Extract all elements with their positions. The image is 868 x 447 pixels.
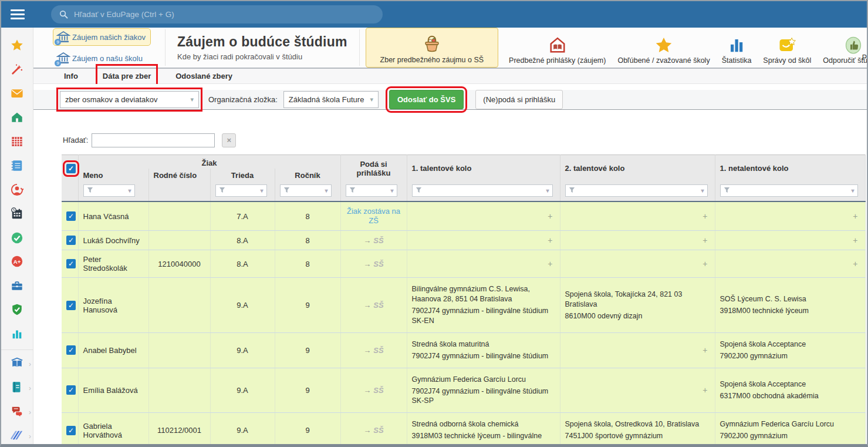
sidebar-divider: [1, 349, 33, 350]
col-header-rodne-cislo[interactable]: Rodné číslo: [148, 169, 210, 182]
status-secondary-school-link[interactable]: →SŠ: [363, 301, 383, 310]
kolo-cell-empty[interactable]: +: [715, 250, 865, 278]
add-school-icon[interactable]: +: [545, 236, 555, 245]
toolbar-action-message-star[interactable]: Správy od škôl: [757, 28, 817, 68]
sidebar-item-home[interactable]: [1, 107, 33, 131]
add-school-icon[interactable]: +: [850, 211, 860, 221]
status-secondary-school-link[interactable]: →SŠ: [363, 260, 383, 268]
sidebar-item-classbook-notebook[interactable]: [1, 154, 33, 179]
column-filter-1-netalentove-kolo[interactable]: ▾: [720, 184, 858, 197]
column-filter-meno[interactable]: ▾: [83, 184, 135, 197]
status-stays-link[interactable]: Žiak zostáva na ZŠ: [346, 207, 402, 226]
toolbar-action-school-house[interactable]: Predbežné prihlášky (záujem): [503, 28, 612, 68]
birth-number-cell: [148, 332, 210, 368]
toolbar-action-thumb-up[interactable]: Odporučiť štúdium: [817, 28, 868, 68]
kolo-cell-empty[interactable]: +: [407, 201, 560, 231]
toolbar-toggle-our-students[interactable]: 9Záujem našich žiakov: [53, 28, 151, 46]
tab-d-ta-pre-zber[interactable]: Dáta pre zber: [102, 70, 152, 82]
send-to-svs-button[interactable]: Odoslať do ŠVS: [389, 90, 464, 109]
status-secondary-school-link[interactable]: →SŠ: [363, 236, 383, 245]
org-unit-select[interactable]: Základná škola Future ▾: [283, 91, 379, 108]
column-filter-2-talentove-kolo[interactable]: ▾: [565, 184, 708, 197]
sidebar-item-shield-check[interactable]: [1, 299, 33, 323]
row-checkbox[interactable]: ✓: [66, 301, 76, 310]
col-header-1-talentove-kolo[interactable]: 1. talentové kolo: [407, 154, 560, 182]
col-header-meno[interactable]: Meno: [78, 169, 148, 182]
column-filter-trieda[interactable]: ▾: [215, 184, 267, 197]
kolo-cell-filled[interactable]: Stredná odborná škola chemická3918M03 te…: [407, 413, 560, 447]
kolo-cell-filled[interactable]: Bilingválne gymnázium C.S. Lewisa, Haano…: [407, 278, 560, 333]
sidebar-item-statistics-bars[interactable]: [1, 323, 33, 347]
column-filter-1-talentove-kolo[interactable]: ▾: [412, 184, 553, 197]
sidebar-item-stripes[interactable]: ›: [1, 424, 33, 447]
row-checkbox[interactable]: ✓: [66, 211, 76, 221]
sidebar-item-messages-envelope[interactable]: [1, 83, 33, 107]
sidebar-item-substitution-person[interactable]: [1, 179, 33, 203]
add-school-icon[interactable]: +: [700, 385, 710, 395]
toolbar-action-star[interactable]: Obľúbené / zvažované školy: [612, 28, 715, 68]
sidebar-item-calendar-clock[interactable]: [1, 203, 33, 227]
add-school-icon[interactable]: +: [700, 211, 710, 221]
sidebar-item-grades-aplus[interactable]: A+: [1, 251, 33, 275]
sidebar-item-briefcase[interactable]: [1, 275, 33, 299]
status-secondary-school-link[interactable]: →SŠ: [363, 346, 383, 355]
col-header-2-talentove-kolo[interactable]: 2. talentové kolo: [560, 154, 715, 182]
kolo-cell-filled[interactable]: Spojená škola Acceptance7902J00 gymnáziu…: [715, 332, 865, 368]
kolo-cell-empty[interactable]: +: [407, 250, 560, 278]
kolo-cell-empty[interactable]: +: [560, 368, 715, 413]
hamburger-menu-icon[interactable]: [1, 1, 33, 28]
kolo-cell-empty[interactable]: +: [407, 231, 560, 250]
sidebar-item-favorites-star[interactable]: [1, 35, 33, 59]
table-search-input[interactable]: [92, 133, 215, 147]
col-header-poda-si-prihlasku[interactable]: Podá si prihlášku: [340, 154, 407, 182]
column-filter-rocnik[interactable]: ▾: [280, 184, 332, 197]
kolo-cell-filled[interactable]: Stredná škola maturitná7902J74 gymnázium…: [407, 332, 560, 368]
toolbar-toggle-our-school[interactable]: 9Záujem o našu školu: [53, 49, 151, 67]
toggle-application-button[interactable]: (Ne)podá si prihlášku: [475, 90, 563, 109]
col-header-1-netalentove-kolo[interactable]: 1. netalentové kolo: [715, 154, 865, 182]
kolo-cell-empty[interactable]: +: [560, 250, 715, 278]
sidebar-item-attendance-check[interactable]: [1, 227, 33, 251]
row-checkbox[interactable]: ✓: [66, 236, 76, 245]
tab-odoslan-zbery[interactable]: Odoslané zbery: [174, 70, 234, 82]
add-school-icon[interactable]: +: [850, 236, 860, 245]
global-search-input[interactable]: Hľadať v EduPage (Ctrl + G): [51, 5, 383, 23]
toolbar-action-bar-chart[interactable]: Štatistika: [716, 28, 758, 68]
tab-info[interactable]: Info: [63, 70, 79, 82]
add-school-icon[interactable]: +: [700, 236, 710, 245]
kolo-cell-empty[interactable]: +: [560, 201, 715, 231]
column-filter-poda-si-prihlasku[interactable]: ▾: [346, 184, 397, 197]
clear-search-button[interactable]: ×: [222, 133, 236, 147]
sidebar-item-library-book[interactable]: ›: [1, 352, 33, 377]
kolo-cell-empty[interactable]: +: [715, 201, 865, 231]
kolo-cell-empty[interactable]: +: [715, 231, 865, 250]
kolo-cell-filled[interactable]: Gymnázium Federica Garcíu Lorcu7902J74 g…: [407, 368, 560, 413]
select-all-checkbox[interactable]: ✓: [66, 164, 76, 173]
kolo-cell-filled[interactable]: Gymnázium Federica Garcíu Lorcu7902J00 g…: [715, 413, 865, 447]
status-secondary-school-link[interactable]: →SŠ: [363, 386, 383, 395]
sidebar-item-magic-wand[interactable]: [1, 59, 33, 83]
sidebar-item-timetable-grid[interactable]: [1, 131, 33, 155]
row-checkbox[interactable]: ✓: [66, 385, 76, 395]
kolo-cell-filled[interactable]: Spojená škola, Ostredková 10, Bratislava…: [560, 413, 715, 447]
kolo-cell-empty[interactable]: +: [560, 231, 715, 250]
add-school-icon[interactable]: +: [545, 259, 555, 268]
col-header-rocnik[interactable]: Ročník: [275, 169, 340, 182]
kolo-cell-filled[interactable]: Spojená škola Acceptance6317M00 obchodná…: [715, 368, 865, 413]
status-secondary-school-link[interactable]: →SŠ: [363, 426, 383, 435]
kolo-cell-empty[interactable]: +: [560, 332, 715, 368]
sidebar-item-documents-file[interactable]: ›: [1, 376, 33, 400]
row-checkbox[interactable]: ✓: [66, 426, 76, 435]
kolo-cell-filled[interactable]: SOŠ Lýceum C. S. Lewisa3918M00 technické…: [715, 278, 865, 333]
toolbar-action-basket[interactable]: Zber predbežného záujmu o SŠ: [366, 28, 499, 68]
sidebar-item-chat-bubbles[interactable]: ›: [1, 400, 33, 424]
add-school-icon[interactable]: +: [700, 345, 710, 355]
col-header-trieda[interactable]: Trieda: [210, 169, 275, 182]
row-checkbox[interactable]: ✓: [66, 259, 76, 268]
kolo-cell-filled[interactable]: Spojená škola, Tokajícka 24, 821 03 Brat…: [560, 278, 715, 333]
add-school-icon[interactable]: +: [545, 211, 555, 221]
add-school-icon[interactable]: +: [850, 259, 860, 268]
row-checkbox[interactable]: ✓: [66, 345, 76, 355]
collection-select[interactable]: zber osmakov a deviatakov ▾: [60, 91, 199, 108]
add-school-icon[interactable]: +: [700, 259, 710, 268]
